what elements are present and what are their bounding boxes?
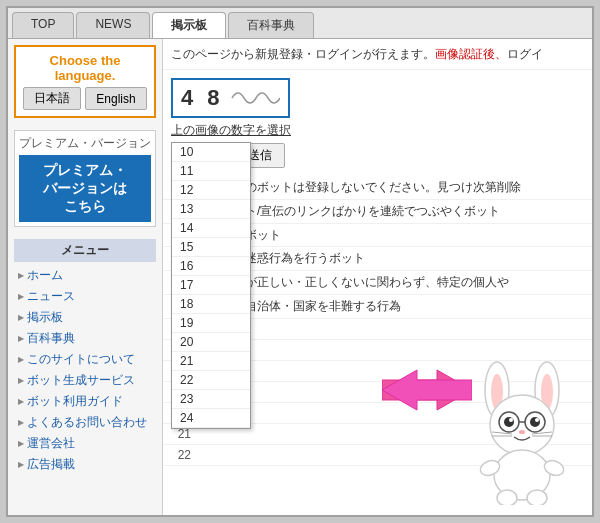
dropdown-option-18[interactable]: 18 — [172, 295, 250, 314]
lang-buttons: 日本語 English — [22, 87, 148, 110]
menu-item-about[interactable]: このサイトについて — [14, 349, 156, 370]
menu-item-faq[interactable]: よくあるお問い合わせ — [14, 412, 156, 433]
dropdown-option-12[interactable]: 12 — [172, 181, 250, 200]
dropdown-option-10[interactable]: 10 — [172, 143, 250, 162]
dropdown-list[interactable]: 10 11 12 13 14 15 16 17 18 19 20 21 22 2… — [171, 142, 251, 429]
menu-item-home[interactable]: ホーム — [14, 265, 156, 286]
captcha-area: 4 8 上の画像の数字を選択 ✓ -- 送信 1 — [163, 70, 592, 176]
dropdown-option-23[interactable]: 23 — [172, 390, 250, 409]
dropdown-option-20[interactable]: 20 — [172, 333, 250, 352]
premium-banner[interactable]: プレミアム・バージョンはこちら — [19, 155, 151, 222]
language-box: Choose the language. 日本語 English — [14, 45, 156, 118]
btn-japanese[interactable]: 日本語 — [23, 87, 81, 110]
top-message: このページから新規登録・ログインが行えます。画像認証後、ログイ — [163, 39, 592, 70]
menu-item-bot-service[interactable]: ボット生成サービス — [14, 370, 156, 391]
svg-point-9 — [504, 417, 514, 427]
svg-point-11 — [509, 418, 513, 422]
language-label: Choose the language. — [22, 53, 148, 83]
menu-item-news[interactable]: ニュース — [14, 286, 156, 307]
captcha-number: 4 8 — [181, 85, 224, 111]
dropdown-option-15[interactable]: 15 — [172, 238, 250, 257]
menu-item-advertise[interactable]: 広告掲載 — [14, 454, 156, 475]
tab-bbs[interactable]: 掲示板 — [152, 12, 226, 38]
tab-news[interactable]: NEWS — [76, 12, 150, 38]
dropdown-option-17[interactable]: 17 — [172, 276, 250, 295]
captcha-box: 4 8 — [171, 78, 290, 118]
captcha-instruction: 上の画像の数字を選択 — [171, 122, 584, 139]
dropdown-option-14[interactable]: 14 — [172, 219, 250, 238]
svg-point-14 — [519, 430, 525, 434]
menu-item-encyclopedia[interactable]: 百科事典 — [14, 328, 156, 349]
top-message-link: 画像認証後、 — [435, 47, 507, 61]
dropdown-option-13[interactable]: 13 — [172, 200, 250, 219]
sidebar: Choose the language. 日本語 English プレミアム・バ… — [8, 39, 163, 515]
menu-item-bot-guide[interactable]: ボット利用ガイド — [14, 391, 156, 412]
content-area: このページから新規登録・ログインが行えます。画像認証後、ログイ 4 8 上の画像… — [163, 39, 592, 515]
dropdown-option-22[interactable]: 22 — [172, 371, 250, 390]
svg-point-10 — [530, 417, 540, 427]
captcha-squiggle — [230, 84, 280, 112]
top-nav: TOP NEWS 掲示板 百科事典 — [8, 8, 592, 39]
dropdown-option-16[interactable]: 16 — [172, 257, 250, 276]
menu-item-company[interactable]: 運営会社 — [14, 433, 156, 454]
menu-title: メニュー — [14, 239, 156, 262]
pink-arrow — [382, 365, 472, 415]
svg-point-12 — [535, 418, 539, 422]
rabbit-mascot — [462, 350, 582, 505]
tab-encyclopedia[interactable]: 百科事典 — [228, 12, 314, 38]
tab-top[interactable]: TOP — [12, 12, 74, 38]
main-area: Choose the language. 日本語 English プレミアム・バ… — [8, 39, 592, 515]
btn-english[interactable]: English — [85, 87, 146, 110]
dropdown-option-11[interactable]: 11 — [172, 162, 250, 181]
svg-point-22 — [497, 490, 517, 505]
app-window: TOP NEWS 掲示板 百科事典 Choose the language. 日… — [6, 6, 594, 517]
svg-point-23 — [527, 490, 547, 505]
menu-item-bbs[interactable]: 掲示板 — [14, 307, 156, 328]
dropdown-option-24[interactable]: 24 — [172, 409, 250, 428]
menu-section: メニュー ホーム ニュース 掲示板 百科事典 このサイトについて ボット生成サー… — [14, 239, 156, 475]
svg-marker-1 — [382, 370, 472, 410]
menu-list: ホーム ニュース 掲示板 百科事典 このサイトについて ボット生成サービス ボッ… — [14, 265, 156, 475]
dropdown-option-19[interactable]: 19 — [172, 314, 250, 333]
dropdown-option-21[interactable]: 21 — [172, 352, 250, 371]
premium-box: プレミアム・バージョン プレミアム・バージョンはこちら — [14, 130, 156, 227]
premium-label: プレミアム・バージョン — [19, 135, 151, 152]
